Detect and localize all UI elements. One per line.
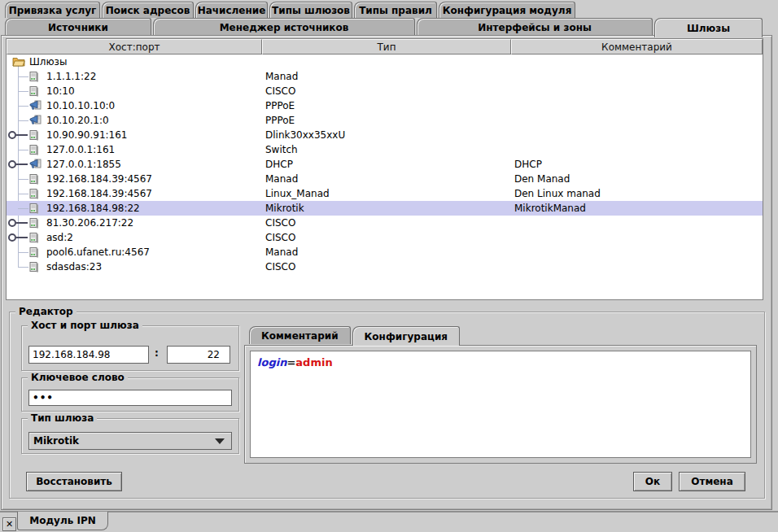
gateway-comment-cell bbox=[511, 128, 763, 142]
tab-accrual[interactable]: Начисление bbox=[195, 2, 268, 18]
config-key: login bbox=[257, 356, 286, 368]
open-folder-icon bbox=[12, 56, 25, 68]
gateway-comment-cell: MikrotikManad bbox=[511, 201, 763, 216]
gateway-type-cell: CISCO bbox=[262, 84, 511, 98]
gateway-comment-cell bbox=[511, 142, 763, 157]
gateway-comment-cell: DHCP bbox=[511, 157, 763, 172]
tab-service-binding[interactable]: Привязка услуг bbox=[5, 2, 100, 18]
table-row[interactable]: 10:10CISCO bbox=[7, 84, 763, 98]
table-row[interactable]: 192.168.184.39:4567Linux_ManadDen Linux … bbox=[7, 186, 763, 201]
configuration-textarea[interactable]: login=admin bbox=[250, 351, 751, 458]
expand-handle-icon[interactable] bbox=[7, 230, 28, 245]
gateway-type-cell: Manad bbox=[262, 172, 511, 186]
tab-rule-types[interactable]: Типы правил bbox=[354, 2, 437, 18]
tree-branch-line bbox=[7, 201, 28, 216]
dropdown-arrow-icon bbox=[215, 438, 225, 444]
gateway-host-cell: 192.168.184.39:4567 bbox=[7, 186, 262, 201]
expand-handle-icon[interactable] bbox=[7, 216, 28, 230]
expand-handle-icon[interactable] bbox=[7, 157, 28, 172]
gateway-comment-cell bbox=[511, 84, 763, 98]
keyword-password-input[interactable] bbox=[28, 390, 232, 406]
gateway-host-label: 1.1.1.1:22 bbox=[46, 69, 96, 84]
gateway-host-label: 10:10 bbox=[46, 84, 75, 98]
table-row[interactable]: 192.168.184.98:22MikrotikMikrotikManad bbox=[7, 201, 763, 216]
tab-sources[interactable]: Источники bbox=[5, 18, 151, 36]
config-value: admin bbox=[295, 356, 332, 368]
host-port-group: Хост и порт шлюза : bbox=[21, 325, 239, 371]
host-port-separator: : bbox=[155, 347, 159, 359]
table-row[interactable]: 127.0.0.1:161Switch bbox=[7, 142, 763, 157]
gateway-type-cell bbox=[262, 55, 511, 69]
gateway-host-cell: 10.90.90.91:161 bbox=[7, 128, 262, 142]
gateway-type-cell: Switch bbox=[262, 142, 511, 157]
table-header: Хост:портТипКомментарий bbox=[7, 39, 763, 55]
table-row[interactable]: pool6.ufanet.ru:4567Manad bbox=[7, 245, 763, 259]
expand-handle-icon[interactable] bbox=[7, 128, 28, 142]
editor-group-title: Редактор bbox=[15, 306, 76, 317]
server-icon bbox=[29, 188, 42, 199]
gateway-host-label: pool6.ufanet.ru:4567 bbox=[46, 245, 150, 259]
tree-branch-line bbox=[7, 186, 28, 201]
table-row[interactable]: sdasdas:23CISCO bbox=[7, 259, 763, 274]
tab-gateway-types[interactable]: Типы шлюзов bbox=[269, 2, 352, 18]
server-icon bbox=[29, 232, 42, 243]
host-port-group-title: Хост и порт шлюза bbox=[28, 320, 142, 331]
tree-branch-line bbox=[7, 259, 28, 274]
gateway-type-cell: Manad bbox=[262, 69, 511, 84]
gateway-comment-cell: Den Manad bbox=[511, 172, 763, 186]
table-row[interactable]: 192.168.184.39:4567ManadDen Manad bbox=[7, 172, 763, 186]
gateway-type-cell: PPPoE bbox=[262, 98, 511, 113]
tabbar-row-2: ИсточникиМенеджер источниковИнтерфейсы и… bbox=[5, 18, 763, 36]
gateway-host-label: 192.168.184.98:22 bbox=[46, 201, 140, 216]
cancel-button[interactable]: Отмена bbox=[679, 472, 745, 491]
gateway-type-combobox[interactable]: Mikrotik bbox=[28, 432, 232, 450]
server-icon bbox=[29, 71, 42, 82]
table-row[interactable]: 10.10.10.10:0PPPoE bbox=[7, 98, 763, 113]
tree-root-row[interactable]: Шлюзы bbox=[7, 55, 763, 69]
gateways-tab-panel: Хост:портТипКомментарий Шлюзы1.1.1.1:22M… bbox=[1, 35, 772, 510]
tab-module-ipn[interactable]: Модуль IPN bbox=[17, 512, 108, 530]
port-input[interactable] bbox=[167, 346, 230, 364]
gateway-type-cell: CISCO bbox=[262, 259, 511, 274]
tab-module-configuration[interactable]: Конфигурация модуля bbox=[439, 2, 575, 18]
configuration-panel: login=admin bbox=[244, 345, 757, 464]
tab-source-manager[interactable]: Менеджер источников bbox=[153, 18, 415, 36]
gateway-type-group: Тип шлюза Mikrotik bbox=[21, 418, 239, 454]
column-header-type[interactable]: Тип bbox=[262, 39, 511, 55]
gateway-comment-cell bbox=[511, 216, 763, 230]
server-icon bbox=[29, 144, 42, 155]
table-row[interactable]: 10.90.90.91:161Dlink30xx35xxU bbox=[7, 128, 763, 142]
editor-group: Редактор Хост и порт шлюза : Ключевое сл… bbox=[9, 312, 765, 499]
table-row[interactable]: 81.30.206.217:22CISCO bbox=[7, 216, 763, 230]
tabbar-row-1: Привязка услугПоиск адресовНачислениеТип… bbox=[5, 2, 575, 18]
gateway-host-label: 127.0.0.1:1855 bbox=[46, 157, 121, 172]
config-equals: = bbox=[286, 356, 295, 368]
tab-gateways[interactable]: Шлюзы bbox=[654, 18, 763, 37]
tab-comment[interactable]: Комментарий bbox=[249, 326, 351, 344]
gateway-host-cell: 1.1.1.1:22 bbox=[7, 69, 262, 84]
tab-address-search[interactable]: Поиск адресов bbox=[102, 2, 194, 18]
gateway-host-cell: 192.168.184.39:4567 bbox=[7, 172, 262, 186]
ok-button[interactable]: Ок bbox=[633, 472, 672, 491]
tab-configuration[interactable]: Конфигурация bbox=[352, 326, 460, 346]
table-row[interactable]: 10.10.20.1:0PPPoE bbox=[7, 113, 763, 128]
close-icon: ✕ bbox=[6, 520, 13, 529]
host-input[interactable] bbox=[28, 346, 149, 364]
tab-interfaces-zones[interactable]: Интерфейсы и зоны bbox=[417, 18, 653, 36]
close-module-button[interactable]: ✕ bbox=[2, 517, 16, 531]
column-header-host-port[interactable]: Хост:порт bbox=[7, 39, 262, 55]
column-header-comment[interactable]: Комментарий bbox=[511, 39, 763, 55]
gateway-host-cell: Шлюзы bbox=[7, 55, 262, 69]
gateway-type-cell: Mikrotik bbox=[262, 201, 511, 216]
gateway-type-cell: PPPoE bbox=[262, 113, 511, 128]
gateway-host-label: 192.168.184.39:4567 bbox=[46, 186, 152, 201]
table-row[interactable]: 127.0.0.1:1855DHCPDHCP bbox=[7, 157, 763, 172]
megaphone-icon bbox=[29, 159, 42, 170]
table-body: Шлюзы1.1.1.1:22Manad10:10CISCO10.10.10.1… bbox=[7, 55, 763, 299]
restore-button[interactable]: Восстановить bbox=[26, 472, 122, 491]
gateway-host-label: 192.168.184.39:4567 bbox=[46, 172, 152, 186]
server-icon bbox=[29, 129, 42, 141]
gateway-type-group-title: Тип шлюза bbox=[28, 412, 97, 424]
table-row[interactable]: 1.1.1.1:22Manad bbox=[7, 69, 763, 84]
table-row[interactable]: asd:2CISCO bbox=[7, 230, 763, 245]
